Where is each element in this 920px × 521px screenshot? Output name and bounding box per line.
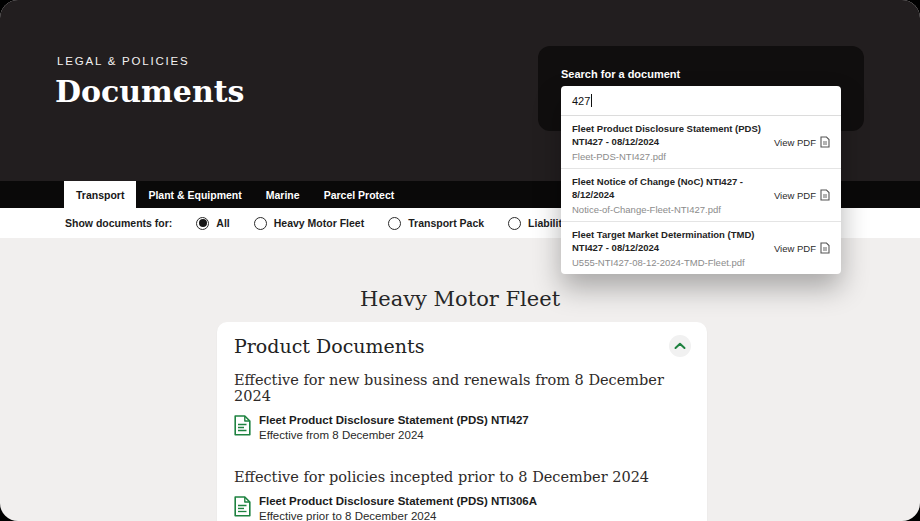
tab-parcel-protect[interactable]: Parcel Protect [312, 181, 407, 208]
result-text: Fleet Product Disclosure Statement (PDS)… [572, 122, 774, 162]
result-text: Fleet Notice of Change (NoC) NTI427 - 8/… [572, 175, 774, 215]
search-input[interactable]: 427 [561, 86, 841, 116]
filter-label: Show documents for: [65, 217, 172, 229]
documents-page: LEGAL & POLICIES Documents Transport Pla… [0, 0, 920, 521]
document-icon [234, 415, 251, 441]
text-caret [591, 94, 592, 107]
search-dropdown: 427 Fleet Product Disclosure Statement (… [561, 86, 841, 274]
search-result-tmd-nti427[interactable]: Fleet Target Market Determination (TMD) … [561, 222, 841, 274]
radio-button-icon[interactable] [388, 217, 401, 230]
pdf-file-icon [820, 136, 830, 148]
document-text: Fleet Product Disclosure Statement (PDS)… [259, 414, 529, 441]
breadcrumb-eyebrow: LEGAL & POLICIES [57, 55, 190, 67]
document-icon [234, 496, 251, 521]
radio-transport-pack[interactable]: Transport Pack [388, 217, 484, 230]
view-pdf-link[interactable]: View PDF [774, 189, 830, 201]
view-pdf-link[interactable]: View PDF [774, 136, 830, 148]
view-pdf-label: View PDF [774, 190, 816, 201]
search-result-pds-nti427[interactable]: Fleet Product Disclosure Statement (PDS)… [561, 116, 841, 169]
radio-liability[interactable]: Liability [508, 217, 568, 230]
card-title: Product Documents [234, 335, 424, 357]
radio-button-icon[interactable] [254, 217, 267, 230]
radio-label: Heavy Motor Fleet [274, 217, 364, 229]
document-subtitle: Effective prior to 8 December 2024 [259, 510, 537, 521]
search-result-noc-nti427[interactable]: Fleet Notice of Change (NoC) NTI427 - 8/… [561, 169, 841, 222]
radio-button-icon[interactable] [508, 217, 521, 230]
result-title: Fleet Product Disclosure Statement (PDS)… [572, 122, 768, 148]
view-pdf-label: View PDF [774, 243, 816, 254]
view-pdf-label: View PDF [774, 137, 816, 148]
document-text: Fleet Product Disclosure Statement (PDS)… [259, 495, 537, 521]
page-title: Documents [55, 74, 245, 109]
pdf-file-icon [820, 189, 830, 201]
document-subtitle: Effective from 8 December 2024 [259, 429, 529, 442]
tab-marine[interactable]: Marine [254, 181, 312, 208]
document-title: Fleet Product Disclosure Statement (PDS)… [259, 495, 537, 508]
radio-heavy-motor-fleet[interactable]: Heavy Motor Fleet [254, 217, 364, 230]
radio-all[interactable]: All [196, 217, 229, 230]
view-pdf-link[interactable]: View PDF [774, 242, 830, 254]
document-link-nti427[interactable]: Fleet Product Disclosure Statement (PDS)… [234, 414, 691, 441]
pdf-file-icon [820, 242, 830, 254]
tab-transport[interactable]: Transport [64, 181, 136, 208]
radio-label: All [216, 217, 229, 229]
search-label: Search for a document [561, 68, 680, 80]
result-text: Fleet Target Market Determination (TMD) … [572, 228, 774, 268]
radio-button-icon[interactable] [196, 217, 209, 230]
document-title: Fleet Product Disclosure Statement (PDS)… [259, 414, 529, 427]
document-link-nti306a[interactable]: Fleet Product Disclosure Statement (PDS)… [234, 495, 691, 521]
search-input-value: 427 [572, 95, 590, 107]
group-heading-prior-policies: Effective for policies incepted prior to… [234, 469, 691, 485]
group-heading-new-business: Effective for new business and renewals … [234, 372, 691, 404]
collapse-section-button[interactable] [669, 335, 691, 357]
result-title: Fleet Notice of Change (NoC) NTI427 - 8/… [572, 175, 768, 201]
result-title: Fleet Target Market Determination (TMD) … [572, 228, 768, 254]
tab-plant-equipment[interactable]: Plant & Equipment [136, 181, 253, 208]
product-documents-card: Product Documents Effective for new busi… [217, 322, 707, 521]
result-filename: U555-NTI427-08-12-2024-TMD-Fleet.pdf [572, 257, 768, 268]
chevron-up-icon [674, 342, 686, 350]
card-title-row: Product Documents [234, 335, 691, 357]
radio-label: Transport Pack [408, 217, 484, 229]
result-filename: Fleet-PDS-NTI427.pdf [572, 151, 768, 162]
result-filename: Notice-of-Change-Fleet-NTI427.pdf [572, 204, 768, 215]
section-heading: Heavy Motor Fleet [0, 287, 920, 311]
